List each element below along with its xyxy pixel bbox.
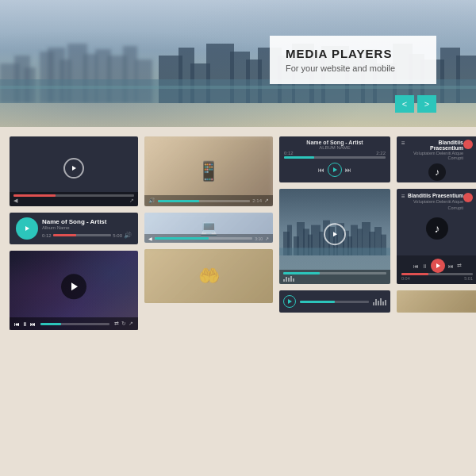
time-end: 5:00: [113, 233, 122, 238]
col-1: ◀ ↗ Name of Song - Artist Album Name 0:1…: [10, 136, 138, 330]
mini-track-controls: ⏮ ⏭: [279, 161, 390, 178]
play-button-circle[interactable]: [63, 158, 84, 178]
svg-rect-32: [0, 86, 476, 89]
dot-btn2[interactable]: [463, 193, 473, 202]
music-title: Name of Song - Artist: [42, 218, 132, 225]
time-start: 0:12: [42, 233, 52, 238]
share-icon[interactable]: ↗: [265, 236, 269, 241]
laptop-fill: [155, 237, 209, 240]
music-note-text: Blanditiis Praesentium Voluptatem Deleni…: [405, 140, 463, 160]
shuffle-btn[interactable]: ⇄: [457, 263, 462, 269]
mini-track-title: Name of Song - Artist: [284, 140, 386, 145]
player-photo-phone: 🤲: [144, 249, 273, 303]
next-arrow[interactable]: >: [417, 95, 436, 113]
skyline-controls: [279, 270, 390, 284]
volume-icon[interactable]: 🔊: [124, 232, 132, 239]
music-full-fill: [401, 273, 428, 275]
prev-btn[interactable]: ⏮: [318, 167, 324, 174]
music-play-btn[interactable]: [16, 217, 38, 240]
control-icons: ⏮ ⏸ ⏭ ⇄ ↻ ↗: [14, 321, 133, 327]
play-btn2[interactable]: ⏸: [422, 263, 428, 269]
volume-icon[interactable]: ◀: [13, 198, 17, 204]
play-icon: [71, 282, 78, 290]
play-circle-btn[interactable]: [431, 259, 445, 273]
music-full-header-row: ≡ Blanditiis Praesentium Voluptatem Dele…: [401, 193, 473, 211]
prev-arrow[interactable]: <: [395, 95, 414, 113]
eq-bars: [373, 298, 386, 305]
audio-ctrl[interactable]: ◀: [148, 236, 152, 241]
music-full-progress[interactable]: [401, 273, 473, 275]
dot-btn[interactable]: [463, 140, 473, 149]
note-subtitle: Voluptatem Deleniti Atque Corrupti: [405, 151, 463, 160]
music-full-text: Blanditiis Praesentium Voluptatem Deleni…: [405, 193, 463, 211]
compact-play-btn[interactable]: [283, 295, 296, 308]
skyline-fill: [283, 272, 320, 274]
col3-row3: [279, 290, 476, 313]
player-video-main: ⏮ ⏸ ⏭ ⇄ ↻ ↗: [10, 251, 138, 330]
photo-controls: 🔊 2:14 ↗: [144, 195, 273, 206]
compact-progress[interactable]: [300, 301, 369, 303]
music-player-inner: Name of Song - Artist Album Name 0:12 5:…: [16, 217, 132, 240]
photo-progress[interactable]: [158, 200, 250, 202]
hero-title: MEDIA PLAYERS: [286, 47, 420, 61]
player-photo-laptop: 💻 ◀ 3:10 ↗: [144, 213, 273, 243]
bar2: [286, 277, 287, 282]
next-icon[interactable]: ⏭: [30, 321, 36, 327]
player-video-small: ◀ ↗: [10, 136, 138, 206]
player-skyline-video: [279, 189, 390, 284]
phone-icon: 🤲: [144, 249, 273, 303]
hero-subtitle: For your website and mobile: [286, 63, 420, 73]
repeat-icon[interactable]: ↻: [121, 321, 126, 327]
main-video-controls: ⏮ ⏸ ⏭ ⇄ ↻ ↗: [10, 317, 138, 330]
play-icon[interactable]: ⏸: [22, 321, 28, 327]
laptop-progress[interactable]: [155, 237, 252, 240]
main-play-btn[interactable]: [61, 274, 86, 299]
music-full-times: 0:04 5:01: [401, 276, 473, 281]
svg-rect-53: [279, 248, 390, 255]
skyline-play-btn[interactable]: [324, 223, 346, 245]
play-icon: [333, 232, 337, 236]
mini-track-album: ALBUM NAME: [284, 145, 386, 150]
skyline-progress[interactable]: [283, 272, 386, 274]
skyline-ctrl-row: [283, 275, 386, 282]
music-full-title: Blanditiis Praesentium: [405, 193, 463, 199]
main-content: ◀ ↗ Name of Song - Artist Album Name 0:1…: [0, 127, 476, 330]
control-row: ◀ ↗: [13, 198, 134, 204]
compact-fill: [300, 301, 335, 303]
play-icon: [25, 226, 29, 231]
next-btn[interactable]: ⏭: [345, 167, 351, 174]
share-icon[interactable]: ↗: [264, 198, 269, 204]
video-progress-bar[interactable]: [13, 194, 134, 197]
volume-icon[interactable]: 🔊: [148, 198, 155, 204]
time-label: 2:14: [252, 198, 262, 203]
player-audio-compact: [279, 290, 390, 313]
music-note-icon: ♪: [428, 163, 446, 181]
share-icon[interactable]: ↗: [129, 321, 133, 327]
bar5: [293, 278, 294, 282]
note-circle: ♪: [401, 217, 473, 240]
bar4: [290, 276, 292, 282]
play-icon: [72, 166, 76, 171]
mini-play-btn[interactable]: [328, 163, 342, 177]
mini-track-info: Name of Song - Artist ALBUM NAME 0:12 2:…: [279, 136, 390, 160]
next-btn2[interactable]: ⏭: [448, 263, 454, 269]
col3-row2: ≡ Blanditiis Praesentium Voluptatem Dele…: [279, 189, 476, 284]
music-artist: Album Name: [42, 225, 132, 230]
play-icon3: [288, 299, 292, 304]
laptop-control-row: ◀ 3:10 ↗: [148, 236, 269, 241]
video-progress-fill: [13, 194, 56, 197]
main-progress-bar[interactable]: [40, 323, 109, 325]
time-end: 2:22: [376, 151, 386, 155]
title-card: MEDIA PLAYERS For your website and mobil…: [270, 36, 436, 84]
shuffle-icon[interactable]: ⇄: [114, 321, 119, 327]
time-start2: 0:04: [401, 276, 410, 281]
time-end2: 5:01: [464, 276, 473, 281]
prev-btn2[interactable]: ⏮: [413, 263, 419, 269]
col-2: 📱 🔊 2:14 ↗ 💻 ◀: [144, 136, 273, 330]
bars-icon: [283, 275, 294, 282]
prev-icon[interactable]: ⏮: [14, 321, 20, 327]
player-photo-small: [397, 290, 476, 313]
share-icon[interactable]: ↗: [129, 198, 134, 204]
music-progress-bar[interactable]: [53, 234, 112, 236]
mini-track-progress[interactable]: [284, 156, 386, 159]
